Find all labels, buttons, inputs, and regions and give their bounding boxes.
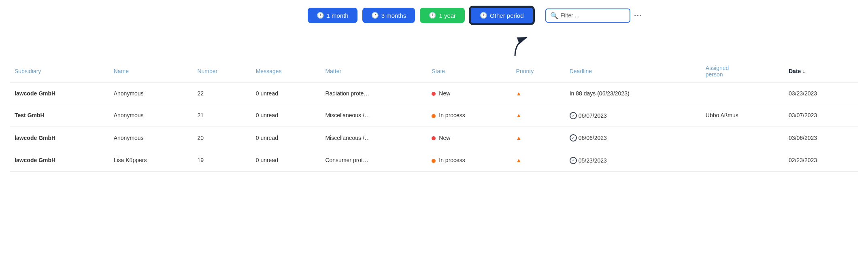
cell-matter: Miscellaneous /…	[320, 104, 427, 127]
data-table: Subsidiary Name Number Messages Matter S…	[10, 61, 858, 172]
cell-name: Anonymous	[109, 83, 193, 104]
cell-priority: ▲	[511, 127, 565, 149]
check-circle-icon: ✓	[570, 157, 577, 164]
col-matter: Matter	[320, 61, 427, 83]
deadline-check-3: ✓ 05/23/2023	[570, 157, 607, 164]
col-name: Name	[109, 61, 193, 83]
filter-container: 🔍 ⋯	[545, 8, 642, 23]
btn-1month-label: 1 month	[327, 12, 349, 19]
cell-matter: Radiation prote…	[320, 83, 427, 104]
cell-matter: Miscellaneous /…	[320, 127, 427, 149]
cell-number: 19	[192, 149, 251, 172]
filter-input-wrap: 🔍	[545, 8, 630, 23]
cell-date: 03/23/2023	[784, 83, 858, 104]
state-label: In process	[439, 112, 465, 118]
cell-priority: ▲	[511, 149, 565, 172]
state-dot-icon	[432, 159, 436, 163]
more-options-button[interactable]: ⋯	[634, 11, 642, 20]
table-header-row: Subsidiary Name Number Messages Matter S…	[10, 61, 858, 83]
state-label: In process	[439, 157, 465, 163]
cell-name: Anonymous	[109, 104, 193, 127]
btn-1month[interactable]: 🕐 1 month	[308, 8, 357, 23]
cell-state: New	[427, 127, 511, 149]
check-circle-icon: ✓	[570, 112, 577, 119]
cell-messages: 0 unread	[251, 127, 321, 149]
deadline-check-1: ✓ 06/07/2023	[570, 112, 607, 119]
cell-messages: 0 unread	[251, 83, 321, 104]
deadline-value: In 88 days (06/23/2023)	[570, 90, 630, 97]
table-row[interactable]: Test GmbH Anonymous 21 0 unread Miscella…	[10, 104, 858, 127]
cell-number: 21	[192, 104, 251, 127]
btn-other-period-label: Other period	[490, 12, 523, 19]
cell-subsidiary: Test GmbH	[10, 104, 109, 127]
state-dot-icon	[432, 114, 436, 118]
arrow-icon	[507, 34, 539, 58]
clock-icon-3months: 🕐	[371, 12, 379, 19]
col-state: State	[427, 61, 511, 83]
col-priority: Priority	[511, 61, 565, 83]
clock-icon-1year: 🕐	[429, 12, 436, 19]
cell-date: 02/23/2023	[784, 149, 858, 172]
col-messages: Messages	[251, 61, 321, 83]
cell-deadline: ✓ 06/07/2023	[565, 104, 701, 127]
cell-assigned-person: Ubbo Aßmus	[701, 104, 784, 127]
clock-icon-other: 🕐	[480, 12, 487, 19]
cell-date: 03/07/2023	[784, 104, 858, 127]
table-row[interactable]: lawcode GmbH Lisa Küppers 19 0 unread Co…	[10, 149, 858, 172]
cell-name: Lisa Küppers	[109, 149, 193, 172]
deadline-value: 06/07/2023	[579, 112, 607, 119]
deadline-value: 06/06/2023	[579, 135, 607, 141]
toolbar: 🕐 1 month 🕐 3 months 🕐 1 year 🕐 Other pe…	[10, 6, 858, 24]
cell-number: 22	[192, 83, 251, 104]
cell-subsidiary: lawcode GmbH	[10, 127, 109, 149]
cell-messages: 0 unread	[251, 104, 321, 127]
cell-subsidiary: lawcode GmbH	[10, 149, 109, 172]
cell-subsidiary: lawcode GmbH	[10, 83, 109, 104]
cell-deadline: ✓ 05/23/2023	[565, 149, 701, 172]
state-dot-icon	[432, 92, 436, 96]
cell-assigned-person	[701, 149, 784, 172]
cell-priority: ▲	[511, 104, 565, 127]
btn-3months[interactable]: 🕐 3 months	[362, 8, 415, 23]
state-label: New	[439, 90, 450, 97]
state-dot-icon	[432, 136, 436, 140]
arrow-annotation	[10, 34, 858, 58]
priority-arrow-icon: ▲	[516, 135, 522, 141]
check-circle-icon: ✓	[570, 134, 577, 142]
filter-input[interactable]	[561, 12, 625, 19]
cell-state: New	[427, 83, 511, 104]
btn-1year[interactable]: 🕐 1 year	[420, 8, 465, 23]
deadline-check-2: ✓ 06/06/2023	[570, 134, 607, 142]
cell-assigned-person	[701, 127, 784, 149]
col-subsidiary: Subsidiary	[10, 61, 109, 83]
table-row[interactable]: lawcode GmbH Anonymous 22 0 unread Radia…	[10, 83, 858, 104]
priority-arrow-icon: ▲	[516, 90, 522, 97]
btn-1year-label: 1 year	[439, 12, 456, 19]
more-dots-icon: ⋯	[634, 11, 642, 20]
btn-other-period[interactable]: 🕐 Other period	[470, 6, 534, 24]
btn-3months-label: 3 months	[381, 12, 406, 19]
cell-state: In process	[427, 149, 511, 172]
cell-deadline: In 88 days (06/23/2023)	[565, 83, 701, 104]
cell-name: Anonymous	[109, 127, 193, 149]
cell-number: 20	[192, 127, 251, 149]
col-assigned-person: Assignedperson	[701, 61, 784, 83]
cell-priority: ▲	[511, 83, 565, 104]
col-date: Date ↓	[784, 61, 858, 83]
cell-messages: 0 unread	[251, 149, 321, 172]
col-deadline: Deadline	[565, 61, 701, 83]
cell-matter: Consumer prot…	[320, 149, 427, 172]
deadline-value: 05/23/2023	[579, 157, 607, 164]
cell-assigned-person	[701, 83, 784, 104]
data-table-wrap: Subsidiary Name Number Messages Matter S…	[10, 61, 858, 172]
priority-arrow-icon: ▲	[516, 112, 522, 118]
col-number: Number	[192, 61, 251, 83]
table-row[interactable]: lawcode GmbH Anonymous 20 0 unread Misce…	[10, 127, 858, 149]
state-label: New	[439, 135, 450, 141]
cell-deadline: ✓ 06/06/2023	[565, 127, 701, 149]
cell-date: 03/06/2023	[784, 127, 858, 149]
clock-icon-1month: 🕐	[317, 12, 324, 19]
priority-arrow-icon: ▲	[516, 157, 522, 163]
cell-state: In process	[427, 104, 511, 127]
table-body: lawcode GmbH Anonymous 22 0 unread Radia…	[10, 83, 858, 172]
